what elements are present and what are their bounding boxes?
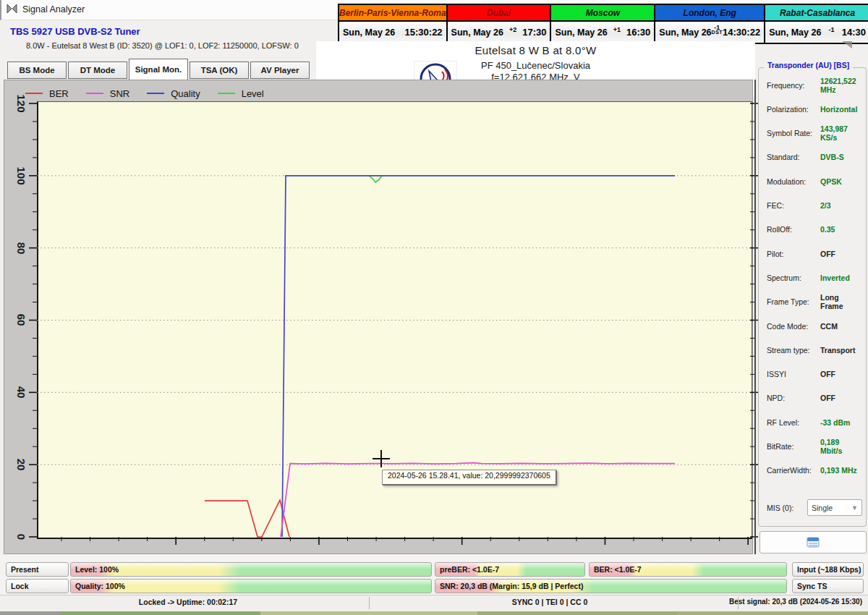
clock-time: 17:30 [522,27,546,38]
status-uptime: Locked -> Uptime: 00:02:17 [43,598,333,606]
quality-meter: Quality: 100% [70,579,432,593]
field-value: 0.35 [820,225,862,234]
field-value: 12621,522 MHz [820,77,862,94]
clock-city-label: London, Eng [655,5,764,22]
tuner-details: 8.0W - Eutelsat 8 West B (ID: 3520) @ LO… [26,41,299,50]
tab-tsa[interactable]: TSA (OK) [190,62,249,79]
field-value: Long Frame [820,293,862,310]
field-value: 0,189 Mbit/s [820,438,862,455]
y-axis-tick-label: 40 [16,379,27,405]
field-label: Polarization: [767,105,809,114]
field-label: CarrierWidth: [767,466,812,475]
clock-utc-offset: +1 [608,26,626,33]
input-indicator: Input (~188 Kbps) [792,562,864,577]
cursor-artifact [842,41,852,48]
tuner-name: TBS 5927 USB DVB-S2 Tuner [10,26,140,37]
clock-dst-note: DST [712,30,723,35]
field-value: 2/3 [820,201,862,210]
field-value: 143,987 KS/s [820,124,862,142]
legend-item-level: Level [218,88,264,99]
tab-signal-mon[interactable]: Signal Mon. [129,59,188,80]
world-clocks: Berlin-Paris-Vienna-Roma Sun, May 26 15:… [338,4,868,44]
field-label: Stream type: [767,346,810,355]
snr-meter: SNR: 20,3 dB (Margin: 15,9 dB | Perfect) [435,579,787,593]
mis-selected-value: Single [812,504,833,512]
transponder-field: Modulation:QPSK [767,176,862,187]
clock-date: Sun, May 26 [769,27,821,38]
clock-city-label: Moscow [551,5,654,22]
panel-splitter[interactable] [754,80,756,554]
chevron-down-icon: ▼ [851,504,858,512]
y-axis-tick-label: 100 [16,163,27,189]
transponder-field: CarrierWidth:0,193 MHz [767,465,862,476]
status-separator [738,597,739,609]
tab-bs-mode[interactable]: BS Mode [7,62,67,79]
transponder-field: BitRate:0,189 Mbit/s [767,441,862,452]
field-label: ISSYI [767,370,786,378]
clock-date: Sun, May 26 [343,27,395,38]
signal-analyzer-window: { "app": { "title": "Signal Analyzer" },… [0,0,868,615]
transponder-field: Spectrum:Inverted [767,272,862,283]
clock-moscow: Moscow Sun, May 26 +1 16:30 [551,5,655,43]
field-label: Spectrum: [767,273,801,282]
snr-line-swatch [86,93,103,94]
taskbar-edge [0,611,868,615]
transponder-field: RF Level:-33 dBm [767,417,862,428]
tab-av-player[interactable]: AV Player [250,62,310,79]
ber-line-swatch [25,93,43,94]
field-label: NPD: [767,394,785,402]
field-label: RollOff: [767,225,792,234]
field-value: OFF [820,394,862,402]
level-line-swatch [218,93,235,94]
y-axis-tick-label: 80 [16,235,27,261]
status-best-signal: Best signal: 20,3 dB (2024-05-26 15:30) [723,598,868,606]
clock-date: Sun, May 26 [451,27,503,38]
datapoint-tooltip: 2024-05-26 15.28.41, value: 20,299999237… [382,470,557,485]
preber-meter: preBER: <1.0E-7 [435,562,585,577]
y-axis-tick-label: 120 [16,90,27,116]
window-title: Signal Analyzer [22,4,85,14]
clock-time: 14:30:22 [723,27,760,38]
legend-item-quality: Quality [147,88,200,99]
field-label: Standard: [767,153,800,161]
transponder-field: Standard:DVB-S [767,152,862,163]
ber-meter: BER: <1.0E-7 [589,562,787,577]
transponder-field: RollOff:0.35 [767,224,862,235]
level-meter: Level: 100% [70,562,432,577]
clock-utc-offset: -1 [821,26,841,33]
tab-dt-mode[interactable]: DT Mode [68,62,127,79]
field-label: BitRate: [767,442,793,451]
transponder-field: Pilot:OFF [767,248,862,259]
field-label: FEC: [767,201,784,210]
status-separator [369,597,370,609]
field-label: Frequency: [767,81,805,90]
present-indicator: Present [6,562,69,577]
transponder-field: NPD:OFF [767,393,862,404]
clock-berlin: Berlin-Paris-Vienna-Roma Sun, May 26 15:… [339,5,448,43]
chart-legend: BER SNR Quality Level [25,86,281,101]
transponder-field: Frequency:12621,522 MHz [767,80,862,90]
status-counters: SYNC 0 | TEI 0 | CC 0 [383,598,716,606]
clock-city-label: Rabat-Casablanca [765,5,868,22]
transponder-field: Frame Type:Long Frame [767,297,862,308]
field-label: Pilot: [767,250,783,258]
sync-ts-indicator: Sync TS [792,579,864,593]
clock-london: London, Eng Sun, May 26 -1DST 14:30:22 [655,5,765,43]
satellite-app-icon [7,4,18,15]
clock-city-label: Dubai [448,5,550,22]
field-value: 0,193 MHz [820,466,862,475]
y-axis-tick-label: 20 [16,451,27,478]
panel-icon [807,537,820,548]
clock-rabat: Rabat-Casablanca Sun, May 26 -1 14:30 [765,5,868,43]
legend-item-ber: BER [25,88,69,99]
field-label: RF Level: [767,418,799,427]
snapshot-button[interactable] [760,531,867,554]
transponder-field: FEC:2/3 [767,200,862,211]
transponder-field: Symbol Rate:143,987 KS/s [767,128,862,139]
clock-time: 16:30 [626,27,650,38]
mis-dropdown[interactable]: Single ▼ [807,499,862,516]
field-value: Transport [820,346,862,355]
field-value: Horizontal [820,105,862,114]
transponder-field: Polarization:Horizontal [767,103,862,114]
field-value: CCM [820,322,862,331]
